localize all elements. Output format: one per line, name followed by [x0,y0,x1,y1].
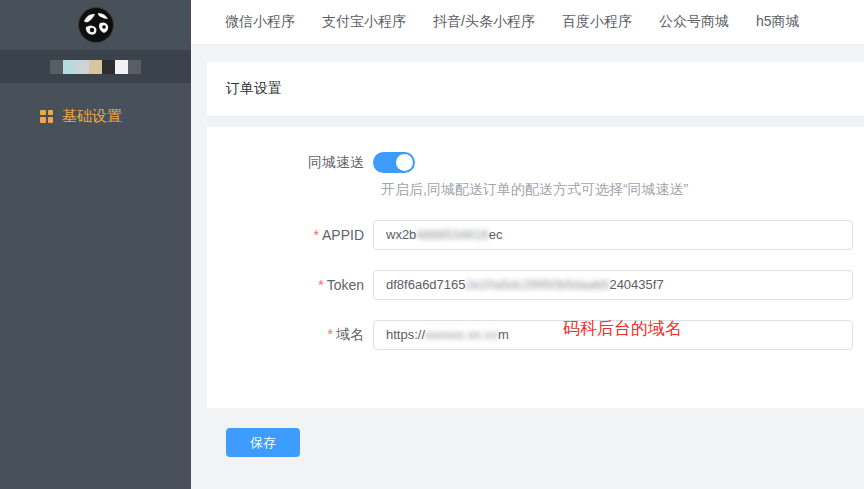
token-value-redacted: 2e20a5dc29950b5daab5 [466,277,610,292]
domain-label: *域名 [207,326,364,344]
toggle-hint-text: 开启后,同城配送订单的配送方式可选择“同城速送” [373,179,688,199]
required-mark: * [314,227,319,243]
page-title: 订单设置 [226,80,282,98]
sidebar-item-basic-settings[interactable]: 基础设置 [0,105,191,127]
panda-logo-icon [78,7,114,43]
tab-douyin-miniprogram[interactable]: 抖音/头条小程序 [433,13,535,31]
order-settings-form: 同城速送 开启后,同城配送订单的配送方式可选择“同城速送” *APPID [207,127,864,408]
color-swatch [89,60,102,74]
domain-row: *域名 https://xxxxxx.xx.com 码科后台的域名 [207,320,864,350]
order-settings-card-title: 订单设置 [207,62,864,117]
token-value-suffix: 240435f7 [609,277,663,292]
main-area: 微信小程序 支付宝小程序 抖音/头条小程序 百度小程序 公众号商城 h5商城 订… [191,0,864,489]
tab-h5-mall[interactable]: h5商城 [756,13,800,31]
toggle-hint-row: 开启后,同城配送订单的配送方式可选择“同城速送” [207,179,864,199]
color-swatch [76,60,89,74]
same-city-delivery-label: 同城速送 [207,154,364,172]
appid-input[interactable]: wx2b4888534616ec [373,220,853,250]
appid-value-suffix: ec [489,227,503,242]
required-mark: * [318,277,323,293]
color-swatch [50,60,63,74]
toggle-knob [396,154,413,171]
token-label: *Token [207,277,364,293]
token-row: *Token df8f6a6d71652e20a5dc29950b5daab52… [207,270,864,300]
color-swatch [115,60,128,74]
appid-value-prefix: wx2b [386,227,416,242]
required-mark: * [328,326,333,342]
token-value-prefix: df8f6a6d7165 [386,277,466,292]
color-swatch [102,60,115,74]
appid-label: *APPID [207,227,364,243]
color-swatch [63,60,76,74]
content: 订单设置 同城速送 开启后,同城配送订单的配送方式可选择“同城速送” [191,45,864,489]
tab-alipay-miniprogram[interactable]: 支付宝小程序 [322,13,406,31]
tab-wechat-miniprogram[interactable]: 微信小程序 [225,13,295,31]
appid-row: *APPID wx2b4888534616ec [207,220,864,250]
top-navigation: 微信小程序 支付宝小程序 抖音/头条小程序 百度小程序 公众号商城 h5商城 [191,0,864,45]
same-city-delivery-toggle[interactable] [373,152,415,173]
same-city-delivery-row: 同城速送 [207,152,864,173]
grid-icon [40,110,53,123]
tab-official-account-mall[interactable]: 公众号商城 [659,13,729,31]
domain-value-suffix: m [498,327,509,342]
app-window: 基础设置 微信小程序 支付宝小程序 抖音/头条小程序 百度小程序 公众号商城 h… [0,0,864,489]
logo [0,0,191,50]
save-button[interactable]: 保存 [226,428,300,457]
sidebar: 基础设置 [0,0,191,489]
color-swatch-band [0,50,191,83]
domain-value-prefix: https:// [386,327,425,342]
token-input[interactable]: df8f6a6d71652e20a5dc29950b5daab5240435f7 [373,270,853,300]
appid-value-redacted: 4888534616 [416,227,488,242]
sidebar-item-label: 基础设置 [62,107,122,126]
color-swatch [128,60,141,74]
domain-value-redacted: xxxxxx.xx.co [425,327,498,342]
domain-annotation-text: 码科后台的域名 [563,317,682,340]
tab-baidu-miniprogram[interactable]: 百度小程序 [562,13,632,31]
